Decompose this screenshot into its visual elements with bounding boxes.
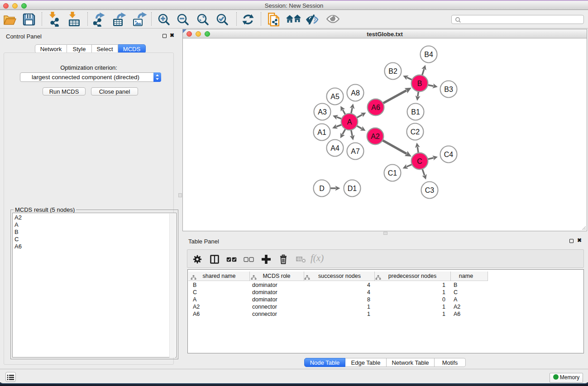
svg-text:A2: A2 [371, 133, 380, 140]
svg-text:A4: A4 [330, 144, 339, 152]
svg-text:A: A [347, 118, 352, 126]
svg-text:B2: B2 [388, 67, 397, 75]
svg-text:A7: A7 [351, 148, 360, 155]
svg-text:B: B [417, 80, 422, 87]
svg-text:C4: C4 [444, 151, 454, 158]
svg-text:D: D [319, 185, 325, 192]
svg-text:C: C [417, 157, 422, 165]
svg-text:C3: C3 [425, 186, 435, 194]
svg-text:A3: A3 [318, 108, 327, 116]
svg-text:B4: B4 [424, 51, 433, 58]
svg-text:C2: C2 [411, 128, 420, 136]
svg-text:A8: A8 [351, 89, 360, 97]
svg-text:A6: A6 [371, 104, 380, 111]
svg-text:C1: C1 [388, 169, 397, 177]
svg-text:A5: A5 [330, 93, 339, 100]
svg-text:B3: B3 [444, 86, 453, 93]
svg-text:B1: B1 [411, 108, 420, 116]
svg-text:D1: D1 [348, 185, 357, 192]
svg-text:A1: A1 [317, 129, 326, 136]
